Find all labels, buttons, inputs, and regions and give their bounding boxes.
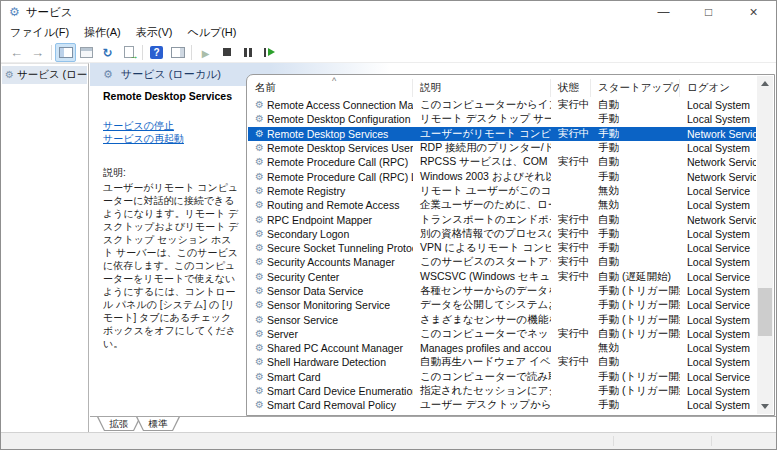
stop-service-link[interactable]: サービスの停止 (103, 119, 244, 132)
service-description: ユーザーがリモート コンピューターに対話的に接続できるようになります。リモート … (103, 181, 240, 350)
service-row[interactable]: ⚙Shared PC Account ManagerManages profil… (248, 341, 756, 355)
properties-dialog-button[interactable] (76, 43, 97, 62)
service-row[interactable]: ⚙Secure Socket Tunneling Protoco...VPN に… (248, 241, 756, 255)
cell-name: ⚙Remote Procedure Call (RPC) Loc... (248, 169, 413, 183)
cell-status (551, 198, 591, 212)
menu-help[interactable]: ヘルプ(H) (180, 25, 244, 40)
restart-service-link[interactable]: サービスの再起動 (103, 132, 244, 145)
service-row[interactable]: ⚙Smart Card Removal Policyユーザー デスクトップからス… (248, 398, 756, 412)
vertical-scrollbar[interactable] (757, 76, 773, 414)
column-header-name[interactable]: 名前 (248, 79, 413, 97)
description-label: 説明: (103, 166, 244, 180)
stop-service-button[interactable] (216, 43, 237, 62)
cell-description: RDP 接続用のプリンター/ドライブ/... (413, 141, 551, 155)
service-row[interactable]: ⚙RPC Endpoint Mapperトランスポートのエンドポイントに対す..… (248, 212, 756, 226)
service-row[interactable]: ⚙Shell Hardware Detection自動再生ハードウェア イベント… (248, 355, 756, 369)
cell-startup-type: 手動 (トリガー開始) (591, 312, 680, 326)
service-gear-icon: ⚙ (255, 186, 264, 196)
help-button[interactable] (146, 43, 167, 62)
service-row[interactable]: ⚙Smart Card Device Enumeration S...指定された… (248, 384, 756, 398)
service-row[interactable]: ⚙Routing and Remote Access企業ユーザーのために、ローカ… (248, 198, 756, 212)
column-header-log-on-as[interactable]: ログオン (680, 79, 756, 97)
column-header-startup-type[interactable]: スタートアップの種類 (591, 79, 680, 97)
cell-startup-type: 無効 (591, 341, 680, 355)
cell-startup-type: 無効 (591, 184, 680, 198)
scrollbar-thumb[interactable] (758, 288, 772, 336)
cell-description: WSCSVC (Windows セキュリティ... (413, 270, 551, 284)
cell-status: 実行中 (551, 241, 591, 255)
service-row[interactable]: ⚙Smart Cardこのコンピューターで読み取られたス...手動 (トリガー開… (248, 370, 756, 384)
service-row[interactable]: ⚙Remote Procedure Call (RPC) Loc...Windo… (248, 169, 756, 183)
service-row[interactable]: ⚙Remote Access Connection Man...このコンピュータ… (248, 98, 756, 112)
start-service-button[interactable] (195, 43, 216, 62)
service-name-text: Shared PC Account Manager (267, 342, 403, 354)
refresh-button[interactable] (97, 43, 118, 62)
service-row[interactable]: ⚙Remote Procedure Call (RPC)RPCSS サービスは、… (248, 155, 756, 169)
toolbar-separator (142, 45, 143, 60)
service-row[interactable]: ⚙Secondary Logon別の資格情報でのプロセスの開始...実行中手動L… (248, 227, 756, 241)
service-row[interactable]: ⚙Security CenterWSCSVC (Windows セキュリティ..… (248, 270, 756, 284)
forward-arrow-button[interactable] (27, 43, 48, 62)
service-row[interactable]: ⚙Remote Registryリモート ユーザーがこのコンピューター...無効… (248, 184, 756, 198)
cell-name: ⚙Remote Registry (248, 184, 413, 198)
maximize-button[interactable]: □ (686, 1, 731, 23)
cell-log-on-as: Network Service (680, 169, 756, 183)
cell-description: Windows 2003 およびそれ以前の... (413, 169, 551, 183)
service-row[interactable]: ⚙Security Accounts Managerこのサービスのスタートアップ… (248, 255, 756, 269)
cell-startup-type: 自動 (トリガー開始) (591, 327, 680, 341)
service-name-text: Smart Card Device Enumeration S... (267, 385, 413, 397)
console-tree-button[interactable] (55, 43, 76, 62)
service-row[interactable]: ⚙Sensor Serviceさまざまなセンサーの機能を管理す...手動 (トリ… (248, 312, 756, 326)
tab-extended[interactable]: 拡張 (97, 417, 141, 431)
cell-status: 実行中 (551, 255, 591, 269)
tab-standard[interactable]: 標準 (136, 417, 180, 431)
cell-status (551, 112, 591, 126)
menu-action[interactable]: 操作(A) (77, 25, 129, 40)
scroll-up-button[interactable] (757, 76, 773, 91)
service-row[interactable]: ⚙Remote Desktop Services UserMo...RDP 接続… (248, 141, 756, 155)
cell-status: 実行中 (551, 227, 591, 241)
cell-log-on-as: Network Service (680, 155, 756, 169)
action-pane-button[interactable] (167, 43, 188, 62)
restart-service-button[interactable] (258, 43, 279, 62)
cell-description: 指定されたセッションにアクセスでき... (413, 384, 551, 398)
menu-view[interactable]: 表示(V) (129, 25, 181, 40)
extended-view-pane: Remote Desktop Services サービスの停止 サービスの再起動… (97, 87, 244, 416)
pause-service-icon (244, 48, 247, 57)
export-list-button[interactable] (118, 43, 139, 62)
menu-bar: ファイル(F)操作(A)表示(V)ヘルプ(H) (1, 23, 776, 42)
cell-description: Manages profiles and account... (413, 341, 551, 355)
cell-description: データを公開してシステムおよびユー... (413, 298, 551, 312)
close-button[interactable]: × (731, 1, 776, 23)
cell-startup-type: 無効 (591, 198, 680, 212)
service-row[interactable]: ⚙Sensor Monitoring Serviceデータを公開してシステムおよ… (248, 298, 756, 312)
service-gear-icon: ⚙ (255, 357, 264, 367)
service-gear-icon: ⚙ (255, 300, 264, 310)
cell-log-on-as: Local System (680, 255, 756, 269)
toolbar-separator (191, 45, 192, 60)
service-action-links: サービスの停止 サービスの再起動 (103, 119, 244, 145)
cell-status: 実行中 (551, 270, 591, 284)
column-header-description[interactable]: 説明 (413, 79, 551, 97)
tree-item-services-local[interactable]: ⚙ サービス (ローカル) (2, 66, 87, 84)
cell-status (551, 298, 591, 312)
view-tabs: 拡張標準 (90, 416, 776, 432)
cell-startup-type: 自動 (遅延開始) (591, 270, 680, 284)
cell-description: VPN によるリモート コンピューターへ... (413, 241, 551, 255)
menu-file[interactable]: ファイル(F) (3, 25, 77, 40)
service-row[interactable]: ⚙Sensor Data Service各種センサーからのデータを配信手動 (ト… (248, 284, 756, 298)
minimize-button[interactable]: — (641, 1, 686, 23)
service-row[interactable]: ⚙Serverこのコンピューターでネットワークをと...実行中自動 (トリガー開… (248, 327, 756, 341)
scroll-down-button[interactable] (757, 399, 773, 414)
pause-service-button[interactable] (237, 43, 258, 62)
refresh-icon (102, 43, 112, 61)
back-arrow-button[interactable] (6, 43, 27, 62)
cell-name: ⚙Smart Card Device Enumeration S... (248, 384, 413, 398)
column-header-status[interactable]: 状態 (551, 79, 591, 97)
cell-name: ⚙Secure Socket Tunneling Protoco... (248, 241, 413, 255)
cell-log-on-as: Local Service (680, 370, 756, 384)
service-row[interactable]: ⚙Remote Desktop Configurationリモート デスクトップ… (248, 112, 756, 126)
cell-status (551, 184, 591, 198)
cell-name: ⚙Remote Desktop Services (248, 127, 413, 141)
service-row[interactable]: ⚙Remote Desktop Servicesユーザーがリモート コンピュータ… (248, 127, 756, 141)
